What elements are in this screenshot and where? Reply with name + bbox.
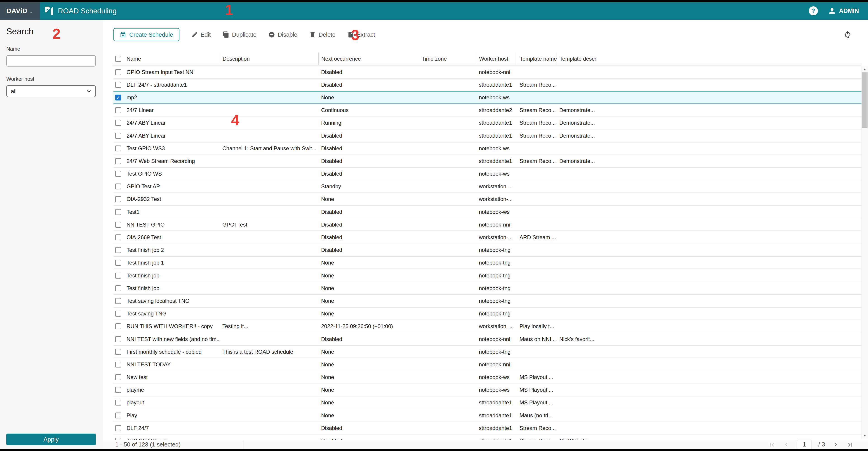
- refresh-button[interactable]: [843, 30, 852, 40]
- previous-page-button[interactable]: [782, 441, 790, 449]
- worker-host-select[interactable]: all: [6, 85, 96, 97]
- row-checkbox[interactable]: [115, 158, 121, 164]
- table-row[interactable]: ✓mp2Nonenotebook-ws: [114, 91, 862, 104]
- row-checkbox[interactable]: [115, 425, 121, 431]
- row-checkbox[interactable]: [115, 438, 121, 440]
- table-row[interactable]: 24/7 ABY LinearDisabledsttroaddante1Stre…: [114, 130, 862, 142]
- row-checkbox[interactable]: [115, 400, 121, 405]
- row-checkbox[interactable]: [115, 120, 121, 126]
- row-checkbox[interactable]: [115, 336, 121, 342]
- cell-worker: sttroaddante1: [476, 82, 517, 88]
- row-checkbox[interactable]: [115, 145, 121, 151]
- table-row[interactable]: First monthly schedule - copiedThis is a…: [114, 345, 862, 358]
- last-page-button[interactable]: [846, 441, 854, 449]
- column-header-template-descr[interactable]: Template descr: [557, 53, 862, 65]
- cell-worker: sttroaddante1: [476, 158, 517, 164]
- row-checkbox[interactable]: [115, 196, 121, 202]
- row-checkbox[interactable]: [115, 234, 121, 240]
- table-row[interactable]: Test finish job 2Disablednotebook-tng: [114, 244, 862, 257]
- footer-divider: [243, 440, 243, 449]
- row-checkbox[interactable]: [115, 349, 121, 355]
- column-header-next-occurrence[interactable]: Next occurrence: [318, 53, 419, 65]
- table-row[interactable]: Test GPIO WS3Channel 1: Start and Pause …: [114, 142, 862, 155]
- row-checkbox[interactable]: [115, 374, 121, 380]
- row-checkbox[interactable]: [115, 209, 121, 215]
- table-row[interactable]: NNI TEST TODAYNonenotebook-nni: [114, 358, 862, 371]
- table-row[interactable]: PlayNonesttroaddante1Maus (no tri...: [114, 409, 862, 422]
- row-checkbox[interactable]: ✓: [115, 94, 121, 101]
- table-row[interactable]: DLF 24/7 - sttroaddante1Disabledsttroadd…: [114, 79, 862, 91]
- table-row[interactable]: OIA-2932 TestNoneworkstation-...: [114, 193, 862, 206]
- row-checkbox[interactable]: [115, 273, 121, 279]
- name-search-input[interactable]: [6, 55, 96, 66]
- column-header-description[interactable]: Description: [220, 53, 318, 65]
- row-checkbox[interactable]: [115, 184, 121, 189]
- row-checkbox[interactable]: [115, 222, 121, 228]
- row-checkbox[interactable]: [115, 311, 121, 317]
- table-row[interactable]: 24/7 LinearContinuoussttroaddante2Stream…: [114, 104, 862, 117]
- row-checkbox[interactable]: [115, 247, 121, 253]
- first-page-button[interactable]: [768, 441, 776, 449]
- pagination: / 3: [768, 440, 868, 450]
- column-header-template-name[interactable]: Template name: [517, 53, 557, 65]
- row-checkbox[interactable]: [115, 387, 121, 393]
- row-checkbox[interactable]: [115, 298, 121, 304]
- delete-button[interactable]: Delete: [309, 31, 336, 38]
- row-checkbox[interactable]: [115, 133, 121, 139]
- row-checkbox[interactable]: [115, 285, 121, 291]
- cell-worker: sttroaddante1: [476, 438, 517, 440]
- table-row[interactable]: DLF 24/7Disabledsttroaddante1Stream Reco…: [114, 422, 862, 434]
- apply-button[interactable]: Apply: [6, 433, 96, 445]
- row-checkbox[interactable]: [115, 323, 121, 329]
- table-row[interactable]: Test1Disablednotebook-ws: [114, 206, 862, 218]
- table-row[interactable]: playoutNonesttroaddante1MS Playout ...: [114, 396, 862, 409]
- select-all-checkbox[interactable]: [115, 56, 121, 62]
- table-row[interactable]: Test saving localhost TNGNonenotebook-tn…: [114, 294, 862, 307]
- cell-worker: notebook-ws: [476, 145, 517, 151]
- last-page-icon: [846, 441, 854, 449]
- vertical-scrollbar: ▲ ▼: [862, 65, 868, 439]
- table-row[interactable]: Test saving TNGNonenotebook-tng: [114, 308, 862, 320]
- column-header-worker-host[interactable]: Worker host: [476, 53, 517, 65]
- table-row[interactable]: ABY 24/7 StreamDisabledsttroaddante1Stre…: [114, 434, 862, 440]
- brand-menu[interactable]: DAViD ⌄: [0, 2, 40, 20]
- edit-button[interactable]: Edit: [191, 31, 211, 38]
- cell-name: Test saving localhost TNG: [124, 298, 220, 304]
- row-checkbox[interactable]: [115, 82, 121, 88]
- row-checkbox[interactable]: [115, 171, 121, 177]
- scroll-down-icon[interactable]: ▼: [862, 432, 868, 439]
- table-row[interactable]: NN TEST GPIOGPOI TestDisablednotebook-nn…: [114, 218, 862, 231]
- duplicate-button[interactable]: Duplicate: [223, 31, 256, 38]
- scrollbar-thumb[interactable]: [862, 73, 868, 128]
- table-row[interactable]: Test finish jobNonenotebook-tng: [114, 269, 862, 282]
- table-row[interactable]: Test finish jobNonenotebook-tng: [114, 282, 862, 294]
- row-checkbox[interactable]: [115, 107, 121, 113]
- table-row[interactable]: New testNonenotebook-wsMS Playout ...: [114, 371, 862, 384]
- table-row[interactable]: Test finish job 1Nonenotebook-tng: [114, 257, 862, 269]
- create-schedule-button[interactable]: Create Schedule: [114, 28, 180, 41]
- user-menu[interactable]: ADMIN: [828, 6, 859, 15]
- row-checkbox[interactable]: [115, 260, 121, 266]
- disable-button[interactable]: Disable: [268, 31, 298, 38]
- column-header-name[interactable]: Name: [124, 53, 220, 65]
- next-page-button[interactable]: [832, 441, 839, 449]
- cell-template-desc: Demonstrate...: [557, 133, 862, 139]
- row-checkbox[interactable]: [115, 69, 121, 75]
- table-row[interactable]: Test GPIO WSDisablednotebook-ws: [114, 168, 862, 180]
- help-icon[interactable]: ?: [809, 6, 818, 16]
- scroll-up-icon[interactable]: ▲: [862, 66, 868, 72]
- trash-icon: [309, 31, 316, 38]
- table-row[interactable]: 24/7 ABY LinearRunningsttroaddante1Strea…: [114, 117, 862, 130]
- row-checkbox[interactable]: [115, 362, 121, 367]
- page-number-input[interactable]: [797, 440, 811, 450]
- table-row[interactable]: NNI TEST with new fields (and no tim...D…: [114, 333, 862, 345]
- table-row[interactable]: playmeNonenotebook-wsMS Playout ...: [114, 384, 862, 396]
- table-row[interactable]: RUN THIS WITH WORKER!! - copyTesting it.…: [114, 320, 862, 333]
- page-title: ROAD Scheduling: [58, 7, 117, 15]
- column-header-time-zone[interactable]: Time zone: [419, 53, 476, 65]
- table-row[interactable]: 24/7 Web Stream RecordingDisabledsttroad…: [114, 155, 862, 167]
- table-row[interactable]: GPIO Stream Input Test NNiDisablednotebo…: [114, 66, 862, 79]
- table-row[interactable]: OIA-2669 TestDisabledworkstation-...ARD …: [114, 231, 862, 244]
- row-checkbox[interactable]: [115, 413, 121, 418]
- table-row[interactable]: GPIO Test APStandbyworkstation-...: [114, 180, 862, 193]
